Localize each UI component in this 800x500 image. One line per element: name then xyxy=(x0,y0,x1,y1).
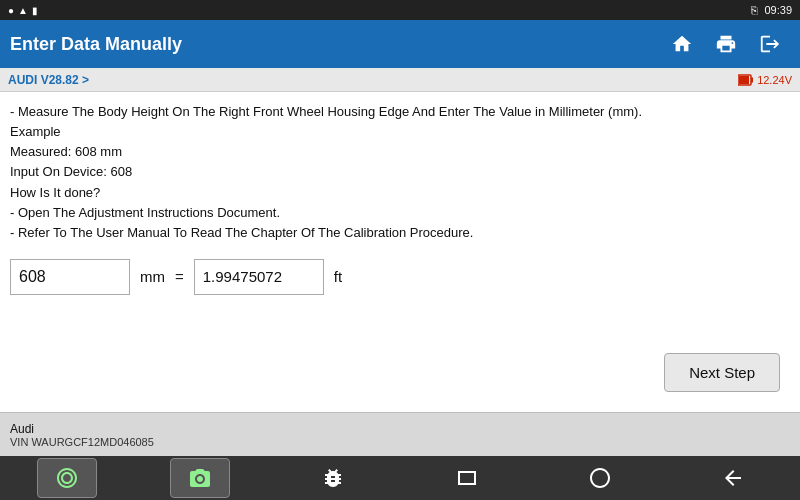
status-bar: ● ▲ ▮ ⎘ 09:39 xyxy=(0,0,800,20)
status-time: 09:39 xyxy=(764,4,792,16)
svg-rect-1 xyxy=(751,77,753,82)
mm-input[interactable] xyxy=(10,259,130,295)
next-step-button[interactable]: Next Step xyxy=(664,353,780,392)
battery-voltage: 12.24V xyxy=(757,74,792,86)
sub-header: AUDI V28.82 > 12.24V xyxy=(0,68,800,92)
signal-icon: ▲ xyxy=(18,5,28,16)
main-content: - Measure The Body Height On The Right F… xyxy=(0,92,800,412)
header: Enter Data Manually xyxy=(0,20,800,68)
nav-back-icon xyxy=(721,466,745,490)
home-button[interactable] xyxy=(662,24,702,64)
svg-rect-2 xyxy=(739,76,749,84)
ft-unit-label: ft xyxy=(334,268,342,285)
print-icon xyxy=(715,33,737,55)
instructions-block: - Measure The Body Height On The Right F… xyxy=(10,102,790,243)
equals-sign: = xyxy=(175,268,184,285)
nav-diagnostic-icon xyxy=(321,466,345,490)
status-bar-left: ● ▲ ▮ xyxy=(8,5,38,16)
bluetooth-icon: ⎘ xyxy=(751,4,758,16)
nav-circle-button[interactable] xyxy=(570,458,630,498)
mm-unit-label: mm xyxy=(140,268,165,285)
print-button[interactable] xyxy=(706,24,746,64)
exit-icon xyxy=(759,33,781,55)
page-title: Enter Data Manually xyxy=(10,34,662,55)
header-icons xyxy=(662,24,790,64)
exit-button[interactable] xyxy=(750,24,790,64)
instruction-line-1: - Measure The Body Height On The Right F… xyxy=(10,102,790,122)
nav-home-icon xyxy=(55,466,79,490)
status-bar-right: ⎘ 09:39 xyxy=(751,4,792,16)
breadcrumb[interactable]: AUDI V28.82 > xyxy=(8,73,89,87)
nav-circle-icon xyxy=(588,466,612,490)
vehicle-info: Audi VIN WAURGCF12MD046085 xyxy=(0,412,800,456)
nav-diagnostic-button[interactable] xyxy=(303,458,363,498)
instruction-line-5: How Is It done? xyxy=(10,183,790,203)
nav-back-button[interactable] xyxy=(703,458,763,498)
ft-input[interactable] xyxy=(194,259,324,295)
instruction-line-2: Example xyxy=(10,122,790,142)
nav-window-icon xyxy=(455,466,479,490)
input-row: mm = ft xyxy=(10,259,790,295)
battery-icon: ▮ xyxy=(32,5,38,16)
nav-camera-button[interactable] xyxy=(170,458,230,498)
instruction-line-6: - Open The Adjustment Instructions Docum… xyxy=(10,203,790,223)
vehicle-make: Audi xyxy=(10,422,790,436)
instruction-line-3: Measured: 608 mm xyxy=(10,142,790,162)
vehicle-vin: VIN WAURGCF12MD046085 xyxy=(10,436,790,448)
instruction-line-7: - Refer To The User Manual To Read The C… xyxy=(10,223,790,243)
instruction-line-4: Input On Device: 608 xyxy=(10,162,790,182)
nav-window-button[interactable] xyxy=(437,458,497,498)
battery-status-icon xyxy=(738,74,754,86)
nav-camera-icon xyxy=(188,466,212,490)
bottom-nav xyxy=(0,456,800,500)
nav-home-button[interactable] xyxy=(37,458,97,498)
home-icon xyxy=(671,33,693,55)
battery-info: 12.24V xyxy=(738,74,792,86)
wifi-icon: ● xyxy=(8,5,14,16)
